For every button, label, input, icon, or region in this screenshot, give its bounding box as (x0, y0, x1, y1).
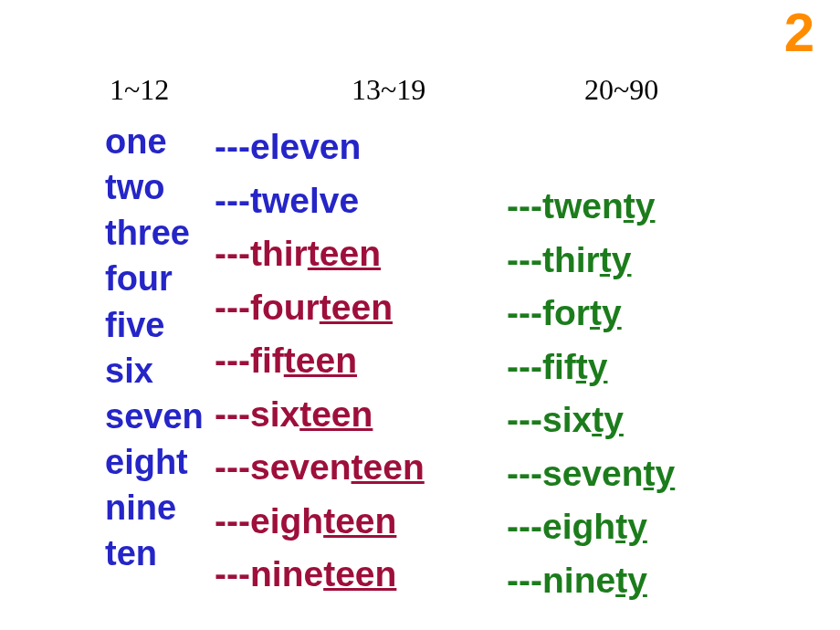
word-base: twelve (250, 181, 359, 220)
list-item: ---fifty (507, 341, 675, 394)
list-item: ---eleven (215, 121, 425, 174)
word-suffix: ty (615, 507, 647, 546)
columns-container: one two three four five six seven eight … (105, 119, 822, 621)
word-base: eigh (542, 507, 615, 546)
list-item: ---seventy (507, 447, 675, 501)
list-item: ---eighty (507, 500, 675, 554)
column-1-12: one two three four five six seven eight … (105, 119, 204, 577)
word-base: fif (250, 341, 284, 380)
dash-prefix: --- (215, 234, 250, 273)
list-item: three (105, 210, 204, 256)
list-item: ---seventeen (215, 441, 425, 495)
word-suffix: teen (308, 234, 381, 273)
list-item: ---eighteen (215, 495, 425, 549)
dash-prefix: --- (215, 554, 250, 593)
word-base: eleven (250, 127, 361, 166)
word-suffix: teen (320, 288, 393, 327)
header-1-12: 1~12 (110, 73, 169, 107)
header-13-19: 13~19 (352, 73, 425, 107)
word-base: fif (542, 347, 576, 386)
word-base: seven (250, 447, 352, 487)
dash-prefix: --- (507, 561, 542, 600)
word-base: for (542, 293, 590, 332)
word-base: four (250, 288, 320, 327)
word-suffix: teen (299, 394, 373, 434)
column-20-90: ---twenty ---thirty ---forty ---fifty --… (507, 180, 675, 607)
word-base: six (542, 400, 592, 439)
dash-prefix: --- (215, 181, 250, 220)
word-base: six (250, 394, 299, 434)
list-item: six (105, 348, 204, 394)
dash-prefix: --- (215, 394, 250, 434)
list-item: ---forty (507, 287, 675, 341)
list-item: ---fourteen (215, 281, 425, 335)
list-item: ten (105, 530, 204, 576)
word-suffix: ty (592, 400, 624, 439)
dash-prefix: --- (507, 507, 542, 546)
list-item: ---twelve (215, 174, 425, 228)
dash-prefix: --- (507, 400, 542, 439)
word-base: thir (542, 240, 600, 279)
list-item: nine (105, 485, 204, 530)
list-item: ---thirty (507, 234, 675, 288)
list-item: four (105, 256, 204, 301)
dash-prefix: --- (507, 186, 542, 226)
word-base: thir (250, 234, 308, 273)
dash-prefix: --- (215, 288, 250, 327)
list-item: ---twenty (507, 180, 675, 234)
list-item: ---sixteen (215, 388, 425, 442)
list-item: two (105, 164, 204, 210)
list-item: ---thirteen (215, 227, 425, 281)
word-base: nine (542, 561, 615, 600)
word-suffix: ty (600, 240, 632, 279)
word-suffix: ty (624, 186, 656, 226)
list-item: one (105, 119, 204, 164)
list-item: seven (105, 394, 204, 439)
header-20-90: 20~90 (584, 73, 658, 107)
list-item: ---nineteen (215, 548, 425, 602)
word-suffix: teen (323, 554, 396, 593)
dash-prefix: --- (215, 501, 250, 541)
dash-prefix: --- (215, 447, 250, 487)
word-base: seven (542, 454, 644, 493)
word-suffix: ty (576, 347, 608, 386)
list-item: ---ninety (507, 554, 675, 608)
dash-prefix: --- (507, 293, 542, 332)
word-suffix: teen (284, 341, 357, 380)
slide-page: 2 1~12 13~19 20~90 one two three four fi… (0, 0, 840, 630)
page-number: 2 (784, 5, 814, 60)
list-item: eight (105, 439, 204, 485)
dash-prefix: --- (215, 341, 250, 380)
word-suffix: ty (615, 561, 647, 600)
list-item: five (105, 302, 204, 348)
column-13-19: ---eleven ---twelve ---thirteen ---fourt… (215, 119, 425, 602)
word-suffix: teen (323, 501, 396, 541)
list-item: ---fifteen (215, 334, 425, 388)
word-suffix: teen (352, 447, 425, 487)
word-suffix: ty (644, 454, 676, 493)
word-base: nine (250, 554, 323, 593)
word-suffix: ty (590, 293, 622, 332)
dash-prefix: --- (507, 240, 542, 279)
word-base: twen (542, 186, 624, 226)
dash-prefix: --- (215, 127, 250, 166)
list-item: ---sixty (507, 394, 675, 447)
word-base: eigh (250, 501, 323, 541)
dash-prefix: --- (507, 454, 542, 493)
dash-prefix: --- (507, 347, 542, 386)
